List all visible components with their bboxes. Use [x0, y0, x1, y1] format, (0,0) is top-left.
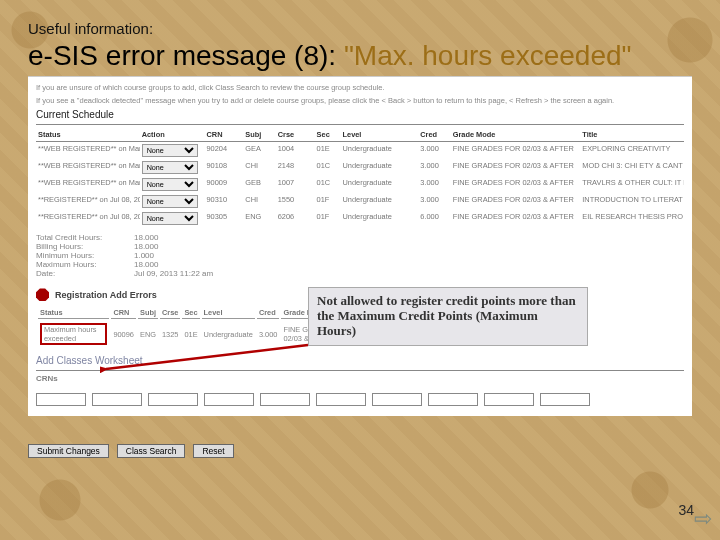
crn-input[interactable]	[204, 393, 254, 406]
submit-changes-button[interactable]: Submit Changes	[28, 444, 109, 458]
table-row: **WEB REGISTERED** on Mar 25, 2013None90…	[36, 159, 684, 176]
cell-grade: FINE GRADES FOR 02/03 & AFTER	[451, 159, 581, 176]
cell-sec: 01E	[315, 142, 341, 160]
table-header-row: Status Action CRN Subj Crse Sec Level Cr…	[36, 128, 684, 142]
cell-crn: 90108	[204, 159, 243, 176]
cell-title: EXPLORING CREATIVITY	[580, 142, 684, 160]
th-subj: Subj	[243, 128, 275, 142]
cell-status: **REGISTERED** on Jul 08, 2013	[36, 193, 140, 210]
cell-cred: 6.000	[418, 210, 450, 227]
cell-crse: 1007	[276, 176, 315, 193]
cell-status: **WEB REGISTERED** on Mar 25, 2013	[36, 176, 140, 193]
totals-block: Total Credit Hours:18.000 Billing Hours:…	[36, 233, 684, 278]
crn-input[interactable]	[372, 393, 422, 406]
cell-subj: CHI	[243, 193, 275, 210]
cell-crn: 90009	[204, 176, 243, 193]
total-credit-value: 18.000	[134, 233, 158, 242]
table-row: **REGISTERED** on Jul 08, 2013None90310C…	[36, 193, 684, 210]
min-value: 1.000	[134, 251, 154, 260]
next-arrow-icon[interactable]: ⇨	[694, 506, 712, 532]
slide-title: e-SIS error message (8): "Max. hours exc…	[28, 41, 692, 70]
total-credit-label: Total Credit Hours:	[36, 233, 126, 242]
cell-status: **REGISTERED** on Jul 08, 2013	[36, 210, 140, 227]
cell-sec: 01F	[315, 210, 341, 227]
sis-screenshot: If you are unsure of which course groups…	[28, 76, 692, 416]
stop-icon	[36, 288, 49, 301]
crn-input[interactable]	[36, 393, 86, 406]
cell-title: TRAVLRS & OTHER CULT: IT HIS	[580, 176, 684, 193]
action-select[interactable]: None	[142, 161, 198, 174]
cell-subj: GEB	[243, 176, 275, 193]
title-quoted: "Max. hours exceeded"	[344, 40, 632, 71]
crn-input[interactable]	[148, 393, 198, 406]
divider	[36, 124, 684, 125]
th-crn: CRN	[204, 128, 243, 142]
cell-crse: 6206	[276, 210, 315, 227]
explanation-callout: Not allowed to register credit points mo…	[308, 287, 588, 346]
table-row: **WEB REGISTERED** on Mar 25, 2013None90…	[36, 176, 684, 193]
cell-cred: 3.000	[418, 193, 450, 210]
cell-crn: 90305	[204, 210, 243, 227]
cell-title: INTRODUCTION TO LITERAT	[580, 193, 684, 210]
cell-sec: 01F	[315, 193, 341, 210]
cell-level: Undergraduate	[341, 210, 419, 227]
class-search-button[interactable]: Class Search	[117, 444, 186, 458]
cell-subj: GEA	[243, 142, 275, 160]
table-row: **REGISTERED** on Jul 08, 2013None90305E…	[36, 210, 684, 227]
cell-crn: 90204	[204, 142, 243, 160]
reg-errors-title: Registration Add Errors	[55, 290, 157, 300]
date-value: Jul 09, 2013 11:22 am	[134, 269, 213, 278]
cell-crse: 1004	[276, 142, 315, 160]
cell-status: **WEB REGISTERED** on Mar 25, 2013	[36, 142, 140, 160]
intro-label: Useful information:	[28, 20, 692, 37]
cell-grade: FINE GRADES FOR 02/03 & AFTER	[451, 193, 581, 210]
reset-button[interactable]: Reset	[193, 444, 233, 458]
cell-level: Undergraduate	[341, 142, 419, 160]
action-select[interactable]: None	[142, 195, 198, 208]
eth-subj: Subj	[138, 307, 158, 319]
cell-level: Undergraduate	[341, 176, 419, 193]
cell-sec: 01C	[315, 176, 341, 193]
cell-crse: 2148	[276, 159, 315, 176]
billing-value: 18.000	[134, 242, 158, 251]
divider-2	[36, 370, 684, 371]
note-1: If you are unsure of which course groups…	[36, 83, 684, 92]
err-level: Undergraduate	[202, 321, 255, 347]
cell-title: EIL RESEARCH THESIS PRO	[580, 210, 684, 227]
err-subj: ENG	[138, 321, 158, 347]
action-select[interactable]: None	[142, 178, 198, 191]
crn-input[interactable]	[92, 393, 142, 406]
cell-crn: 90310	[204, 193, 243, 210]
max-value: 18.000	[134, 260, 158, 269]
cell-title: MOD CHI 3: CHI ETY & CANT	[580, 159, 684, 176]
crn-input[interactable]	[428, 393, 478, 406]
schedule-table: Status Action CRN Subj Crse Sec Level Cr…	[36, 128, 684, 227]
cell-grade: FINE GRADES FOR 02/03 & AFTER	[451, 176, 581, 193]
crn-input[interactable]	[484, 393, 534, 406]
page-number: 34	[678, 502, 694, 518]
cell-sec: 01C	[315, 159, 341, 176]
max-label: Maximum Hours:	[36, 260, 126, 269]
action-select[interactable]: None	[142, 212, 198, 225]
th-title: Title	[580, 128, 684, 142]
cell-grade: FINE GRADES FOR 02/03 & AFTER	[451, 210, 581, 227]
error-status-highlight: Maximum hours exceeded	[40, 323, 107, 345]
table-row: **WEB REGISTERED** on Mar 25, 2013None90…	[36, 142, 684, 160]
th-level: Level	[341, 128, 419, 142]
billing-label: Billing Hours:	[36, 242, 126, 251]
th-sec: Sec	[315, 128, 341, 142]
cell-crse: 1550	[276, 193, 315, 210]
crn-input[interactable]	[260, 393, 310, 406]
action-select[interactable]: None	[142, 144, 198, 157]
th-crse: Crse	[276, 128, 315, 142]
cell-status: **WEB REGISTERED** on Mar 25, 2013	[36, 159, 140, 176]
cell-subj: ENG	[243, 210, 275, 227]
crns-label: CRNs	[36, 374, 684, 383]
th-status: Status	[36, 128, 140, 142]
eth-cred: Cred	[257, 307, 280, 319]
crn-input[interactable]	[316, 393, 366, 406]
eth-level: Level	[202, 307, 255, 319]
th-cred: Cred	[418, 128, 450, 142]
crn-input[interactable]	[540, 393, 590, 406]
eth-status: Status	[38, 307, 109, 319]
